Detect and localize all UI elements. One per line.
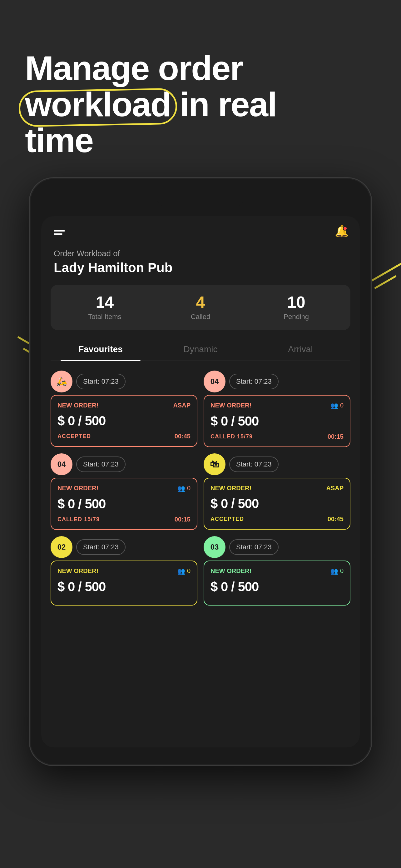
scooter-badge: 🛵 [51,371,72,393]
card-label-6: NEW ORDER! [210,567,252,575]
order-cell-2: 04 Start: 07:23 NEW ORDER! 👥 0 $ 0 / 500… [204,371,350,447]
order-cell-4: 🛍 Start: 07:23 NEW ORDER! ASAP $ 0 / 500… [204,453,350,530]
start-tag-5: Start: 07:23 [76,539,126,555]
card-top-4: NEW ORDER! ASAP [210,485,343,492]
card-top-2: NEW ORDER! 👥 0 [210,402,343,409]
number-badge-5: 02 [51,536,72,558]
total-label: Total Items [57,313,153,321]
card-time-1: 00:45 [175,433,191,440]
order-card-2[interactable]: NEW ORDER! 👥 0 $ 0 / 500 CALLED 15/79 00… [204,395,350,447]
card-label-2: NEW ORDER! [210,402,252,409]
card-label-5: NEW ORDER! [58,567,98,575]
card-bottom-3: CALLED 15/79 00:15 [58,516,191,523]
order-card-3[interactable]: NEW ORDER! 👥 0 $ 0 / 500 CALLED 15/79 00… [51,478,197,530]
card-people-6: 👥 0 [330,567,343,575]
card-amount-2: $ 0 / 500 [210,414,343,429]
card-people-2: 👥 0 [330,402,343,409]
badge-row-1: 🛵 Start: 07:23 [51,371,197,393]
card-top-3: NEW ORDER! 👥 0 [58,485,191,492]
card-amount-1: $ 0 / 500 [58,413,191,428]
card-people-3: 👥 0 [177,485,191,492]
start-tag-6: Start: 07:23 [229,539,278,555]
called-label: Called [153,313,248,321]
hamburger-line1 [54,230,65,231]
menu-button[interactable] [54,230,65,235]
number-badge-2: 04 [204,371,226,393]
tab-favourites[interactable]: Favourites [51,340,151,361]
order-cell-1: 🛵 Start: 07:23 NEW ORDER! ASAP $ 0 / 500… [51,371,197,447]
phone-mockup: 🔔 Order Workload of Lady Hamilton Pub 14… [29,177,372,766]
pending-label: Pending [248,313,344,321]
badge-row-4: 🛍 Start: 07:23 [204,453,350,475]
deco-line-right [369,262,401,283]
badge-row-2: 04 Start: 07:23 [204,371,350,393]
bag-badge: 🛍 [204,453,226,475]
phone-frame: 🔔 Order Workload of Lady Hamilton Pub 14… [29,177,372,766]
card-status-2: CALLED 15/79 [210,433,253,440]
card-amount-5: $ 0 / 500 [58,579,191,594]
app-header: Order Workload of Lady Hamilton Pub [41,243,360,285]
card-tag-4: ASAP [326,485,343,492]
order-card-6[interactable]: NEW ORDER! 👥 0 $ 0 / 500 [204,561,350,606]
notification-button[interactable]: 🔔 [335,226,347,239]
card-status-4: ACCEPTED [210,516,244,522]
start-tag-2: Start: 07:23 [229,374,278,389]
card-amount-6: $ 0 / 500 [210,579,343,594]
order-cell-6: 03 Start: 07:23 NEW ORDER! 👥 0 $ 0 / 500 [204,536,350,606]
number-badge-6: 03 [204,536,226,558]
total-number: 14 [57,294,153,310]
phone-content: 🔔 Order Workload of Lady Hamilton Pub 14… [41,216,360,747]
badge-row-5: 02 Start: 07:23 [51,536,197,558]
card-status-3: CALLED 15/79 [58,516,100,523]
hero-title: Manage order workload in real time [25,50,376,158]
card-bottom-4: ACCEPTED 00:45 [210,516,343,523]
number-badge-3: 04 [51,453,72,475]
phone-notch [157,193,244,207]
hero-title-in-real: in real [179,85,276,123]
hamburger-line2 [54,234,63,235]
card-bottom-2: CALLED 15/79 00:15 [210,433,343,440]
order-card-4[interactable]: NEW ORDER! ASAP $ 0 / 500 ACCEPTED 00:45 [204,478,350,530]
hero-title-line1: Manage order [25,49,243,87]
badge-row-6: 03 Start: 07:23 [204,536,350,558]
card-bottom-1: ACCEPTED 00:45 [58,433,191,440]
card-time-2: 00:15 [328,433,343,440]
tabs-row: Favourites Dynamic Arrival [51,340,350,361]
order-card-1[interactable]: NEW ORDER! ASAP $ 0 / 500 ACCEPTED 00:45 [51,395,197,447]
tab-arrival[interactable]: Arrival [250,340,350,361]
start-tag-4: Start: 07:23 [229,457,278,472]
hero-section: Manage order workload in real time [0,0,401,177]
card-amount-3: $ 0 / 500 [58,496,191,512]
order-card-5[interactable]: NEW ORDER! 👥 0 $ 0 / 500 [51,561,197,606]
order-cell-3: 04 Start: 07:23 NEW ORDER! 👥 0 $ 0 / 500… [51,453,197,530]
venue-name: Lady Hamilton Pub [54,260,347,275]
notification-dot [343,226,347,230]
app-subtitle: Order Workload of [54,249,347,258]
order-cell-5: 02 Start: 07:23 NEW ORDER! 👥 0 $ 0 / 500 [51,536,197,606]
hero-title-time: time [25,121,93,159]
card-time-4: 00:45 [328,516,343,523]
stat-called: 4 Called [153,294,248,321]
stat-total: 14 Total Items [57,294,153,321]
start-tag-3: Start: 07:23 [76,457,126,472]
stats-card: 14 Total Items 4 Called 10 Pending [51,285,350,330]
stat-pending: 10 Pending [248,294,344,321]
card-label-4: NEW ORDER! [210,485,252,492]
tab-dynamic[interactable]: Dynamic [151,340,250,361]
card-time-3: 00:15 [175,516,191,523]
card-top-5: NEW ORDER! 👥 0 [58,567,191,575]
badge-row-3: 04 Start: 07:23 [51,453,197,475]
card-top-6: NEW ORDER! 👥 0 [210,567,343,575]
card-tag-1: ASAP [173,402,191,409]
start-tag-1: Start: 07:23 [76,374,126,389]
card-status-1: ACCEPTED [58,433,91,440]
hero-highlight: workload [25,86,171,122]
pending-number: 10 [248,294,344,310]
card-label-1: NEW ORDER! [58,402,98,409]
orders-grid: 🛵 Start: 07:23 NEW ORDER! ASAP $ 0 / 500… [41,367,360,615]
card-amount-4: $ 0 / 500 [210,496,343,511]
app-topbar: 🔔 [41,216,360,243]
called-number: 4 [153,294,248,310]
card-label-3: NEW ORDER! [58,485,98,492]
card-people-5: 👥 0 [177,567,191,575]
